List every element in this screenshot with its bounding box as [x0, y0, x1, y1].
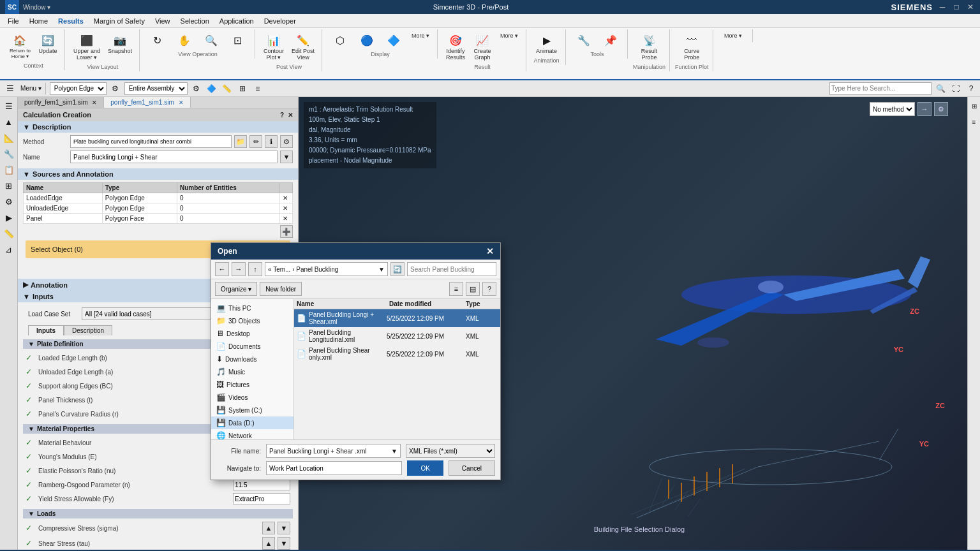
address-bar[interactable]: « Tem... › Panel Buckling ▼	[265, 262, 388, 276]
col-type-hdr[interactable]: Type	[466, 300, 498, 307]
name-dropdown-btn[interactable]: ▼	[280, 151, 293, 163]
tab-description[interactable]: Description	[64, 325, 112, 335]
view-layout-btn[interactable]: ⬛ Upper andLower ▾	[70, 31, 103, 62]
sources-header[interactable]: ▼ Sources and Annotation	[18, 168, 298, 180]
side-btn-4[interactable]: 🔧	[1, 146, 17, 161]
nav-forward-btn[interactable]: →	[232, 262, 246, 276]
dialog-search-input[interactable]	[407, 262, 496, 276]
method-more-btn[interactable]: ⚙	[280, 135, 293, 148]
window-controls[interactable]: Window ▾	[23, 4, 50, 11]
calc-close-btn[interactable]: ✕	[288, 112, 293, 119]
table-row[interactable]: Panel Polygon Face 0 ✕	[24, 214, 293, 224]
snapshot-btn[interactable]: 📷 Snapshot	[105, 31, 135, 62]
maximize-btn[interactable]: □	[952, 3, 961, 11]
method-browse-btn[interactable]: 📁	[234, 135, 247, 148]
calc-help-btn[interactable]: ?	[280, 112, 284, 119]
nav-this-pc[interactable]: 💻 This PC	[211, 302, 293, 314]
edge-type-select[interactable]: Polygon Edge	[50, 82, 107, 95]
input-val-m4[interactable]	[233, 493, 290, 504]
create-graph-btn[interactable]: 📈 CreateGraph	[470, 31, 495, 62]
display-btn2[interactable]: 🔵	[354, 31, 380, 50]
tab-inputs[interactable]: Inputs	[28, 325, 64, 335]
nav-documents[interactable]: 📄 Documents	[211, 340, 293, 353]
edge-options-btn[interactable]: ⚙	[109, 82, 122, 95]
edit-postview-btn[interactable]: ✏️ Edit PostView	[288, 31, 318, 62]
menu-file[interactable]: File	[3, 16, 24, 26]
menu-view[interactable]: View	[150, 16, 175, 26]
filetype-select[interactable]: XML Files (*.xml)	[406, 444, 495, 458]
animate-btn[interactable]: ▶ Animate	[533, 31, 560, 56]
view-details-btn[interactable]: ▤	[466, 282, 480, 296]
sim-tab-2-close[interactable]: ✕	[179, 99, 184, 106]
side-btn-8[interactable]: ▶	[1, 210, 17, 225]
update-btn[interactable]: 🔄 Update	[35, 31, 61, 61]
tools-btn1[interactable]: 🔧	[571, 31, 597, 50]
load-up-0[interactable]: ▲	[262, 522, 275, 534]
contour-plot-btn[interactable]: 📊 ContourPlot ▾	[260, 31, 287, 62]
zoom-btn[interactable]: 🔍	[198, 31, 224, 50]
curve-probe-btn[interactable]: 〰 CurveProbe	[679, 31, 704, 62]
display-btn1[interactable]: ⬡	[327, 31, 353, 50]
rotate-btn[interactable]: ↻	[145, 31, 170, 50]
close-app-btn[interactable]: ✕	[966, 3, 975, 11]
table-row[interactable]: LoadedEdge Polygon Edge 0 ✕	[24, 193, 293, 203]
add-row-btn[interactable]: ➕	[280, 225, 293, 238]
nav-music[interactable]: 🎵 Music	[211, 365, 293, 378]
pan-btn[interactable]: ✋	[172, 31, 197, 50]
method-info-btn[interactable]: ℹ	[265, 135, 278, 148]
side-btn-10[interactable]: ⊿	[1, 242, 17, 257]
toolbar-btn2[interactable]: 📏	[221, 82, 234, 95]
filename-combo[interactable]: Panel Buckling Longi + Shear .xml ▼	[266, 444, 401, 458]
assembly-options-btn[interactable]: ⚙	[190, 82, 203, 95]
toolbar-btn4[interactable]: ≡	[251, 82, 264, 95]
nav-back-btn[interactable]: ←	[215, 262, 229, 276]
dialog-close-btn[interactable]: ✕	[486, 246, 494, 256]
menu-selection[interactable]: Selection	[175, 16, 214, 26]
row-del-2[interactable]: ✕	[280, 214, 293, 224]
nav-network[interactable]: 🌐 Network	[211, 429, 293, 439]
right-btn-2[interactable]: ≡	[967, 114, 981, 129]
side-btn-6[interactable]: ⊞	[1, 178, 17, 193]
row-del-1[interactable]: ✕	[280, 203, 293, 214]
nav-3d-objects[interactable]: 📁 3D Objects	[211, 314, 293, 327]
col-name-hdr[interactable]: Name	[297, 300, 389, 307]
side-btn-2[interactable]: ▲	[1, 114, 17, 129]
identify-btn[interactable]: 🎯 IdentifyResults	[443, 31, 468, 62]
menu-application[interactable]: Application	[214, 16, 259, 26]
method-input[interactable]	[70, 135, 232, 148]
nav-desktop[interactable]: 🖥 Desktop	[211, 327, 293, 340]
side-btn-5[interactable]: 📋	[1, 162, 17, 177]
description-header[interactable]: ▼ Description	[18, 121, 298, 133]
file-row-1[interactable]: 📄 Panel Buckling Longitudinal.xml 5/25/2…	[294, 327, 500, 345]
side-btn-9[interactable]: 📏	[1, 226, 17, 241]
file-row-2[interactable]: 📄 Panel Buckling Shear only.xml 5/25/202…	[294, 345, 500, 363]
side-btn-1[interactable]: ☰	[1, 98, 17, 114]
menu-toggle-btn[interactable]: ☰	[3, 81, 18, 96]
view-list-btn[interactable]: ≡	[449, 282, 463, 296]
search-icon[interactable]: 🔍	[934, 82, 947, 95]
display-btn3[interactable]: 🔷	[381, 31, 406, 50]
side-btn-3[interactable]: 📐	[1, 130, 17, 145]
result-more-btn[interactable]: More ▾	[496, 31, 522, 62]
row-del-0[interactable]: ✕	[280, 193, 293, 203]
load-up-1[interactable]: ▲	[262, 537, 275, 550]
method-edit-btn[interactable]: ✏	[249, 135, 262, 148]
toolbar-btn3[interactable]: ⊞	[236, 82, 249, 95]
menu-developer[interactable]: Developer	[259, 16, 301, 26]
nav-downloads[interactable]: ⬇ Downloads	[211, 353, 293, 365]
result-probe-btn[interactable]: 📡 ResultProbe	[637, 31, 662, 62]
load-dn-1[interactable]: ▼	[278, 537, 290, 550]
col-date-hdr[interactable]: Date modified	[389, 300, 466, 307]
menu-results[interactable]: Results	[53, 16, 89, 26]
dialog-cancel-btn[interactable]: Cancel	[449, 460, 495, 476]
right-btn-1[interactable]: ⊞	[967, 98, 981, 114]
view-help-btn[interactable]: ?	[482, 282, 496, 296]
sim-tab[interactable]: ponfly_fem1_sim1.sim ✕	[18, 97, 104, 108]
help-btn[interactable]: ?	[965, 82, 977, 95]
fullscreen-btn[interactable]: ⛶	[949, 82, 962, 95]
input-val-m3[interactable]	[233, 479, 290, 490]
sim-tab-close[interactable]: ✕	[92, 99, 97, 106]
nav-videos[interactable]: 🎬 Videos	[211, 391, 293, 404]
assembly-select[interactable]: Entire Assembly	[124, 82, 188, 95]
nav-system-c[interactable]: 💾 System (C:)	[211, 404, 293, 416]
